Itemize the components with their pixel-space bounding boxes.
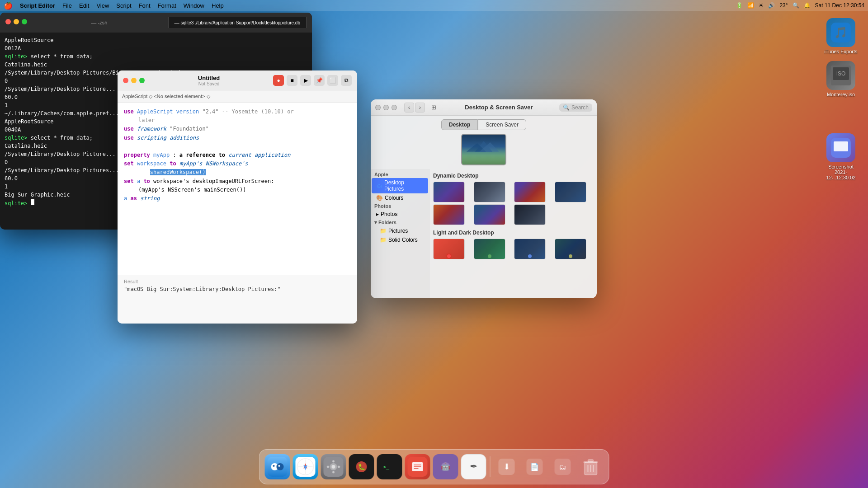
- terminal-tab-sqlite[interactable]: –– sqlite3 ./Library/Application Support…: [169, 17, 307, 28]
- dss-search-icon: 🔍: [563, 104, 570, 111]
- script-stop-btn[interactable]: ■: [287, 75, 297, 86]
- dss-nav-buttons: ‹ ›: [404, 103, 425, 113]
- code-line-5: set workspace to myApp's NSWorkspace's: [124, 160, 351, 168]
- dock-downloads[interactable]: ⬇: [494, 454, 519, 479]
- dss-sidebar-colours[interactable]: 🎨 Colours: [371, 193, 429, 202]
- dss-traffic-lights: [375, 105, 397, 110]
- dock-script-editor[interactable]: ✒: [461, 454, 486, 479]
- script-maximize-btn[interactable]: [139, 78, 145, 83]
- dss-sidebar-photos[interactable]: ▸ Photos: [371, 210, 429, 219]
- code-line-1b: later: [124, 116, 351, 125]
- folder-blue-icon: 🗂: [377, 183, 382, 189]
- dss-thumb-ld-2[interactable]: [474, 239, 505, 259]
- dss-minimize-btn[interactable]: [383, 105, 389, 110]
- menubar-edit[interactable]: Edit: [79, 2, 89, 9]
- svg-point-13: [273, 465, 275, 467]
- dock-trash[interactable]: [578, 454, 604, 479]
- script-subtitle: Not Saved: [198, 81, 220, 86]
- script-traffic-lights: [123, 78, 145, 83]
- dss-thumb-ld-1[interactable]: [433, 239, 465, 259]
- dss-thumb-7[interactable]: [514, 204, 546, 225]
- script-minimize-btn[interactable]: [131, 78, 137, 83]
- dss-tab-desktop[interactable]: Desktop: [441, 119, 478, 130]
- volume-icon: 🔊: [768, 2, 775, 9]
- dss-thumb-ld-4[interactable]: [555, 239, 586, 259]
- apple-menu[interactable]: 🍎: [4, 1, 13, 10]
- dock-sketchbook[interactable]: [405, 454, 430, 479]
- notification-icon[interactable]: 🔔: [804, 2, 811, 9]
- desktop-icon-monterey[interactable]: ISO Monterey.iso: [823, 61, 859, 97]
- svg-text:ISO: ISO: [836, 70, 846, 77]
- terminal-close-btn[interactable]: [5, 19, 11, 24]
- menubar-format[interactable]: Format: [158, 2, 176, 9]
- menubar-font[interactable]: Font: [139, 2, 151, 9]
- menubar-window[interactable]: Window: [184, 2, 204, 9]
- folder-icon: 📁: [380, 228, 387, 234]
- dss-thumb-4[interactable]: [555, 182, 586, 202]
- terminal-minimize-btn[interactable]: [14, 19, 19, 24]
- menubar-file[interactable]: File: [62, 2, 72, 9]
- script-titlebar: Untitled Not Saved ● ■ ▶ 📌 ⬜ ⧉: [118, 70, 357, 90]
- dock-permute[interactable]: 🐛: [349, 454, 374, 479]
- dss-thumb-ld-3[interactable]: [514, 239, 546, 259]
- menubar-script[interactable]: Script: [116, 2, 131, 9]
- code-line-1: use AppleScript version "2.4" -- Yosemit…: [124, 108, 351, 116]
- dss-forward-btn[interactable]: ›: [415, 103, 425, 113]
- dss-content: Dynamic Desktop Light and Dark Desktop: [429, 169, 597, 298]
- dss-thumb-1[interactable]: [433, 182, 465, 202]
- dss-tab-screensaver[interactable]: Screen Saver: [478, 119, 526, 130]
- script-close-btn[interactable]: [123, 78, 128, 83]
- svg-point-26: [332, 471, 335, 474]
- svg-text:📄: 📄: [530, 463, 539, 471]
- svg-text:🐛: 🐛: [358, 463, 366, 471]
- term-line-1: AppleRootSource: [5, 36, 307, 44]
- svg-rect-32: [380, 457, 400, 477]
- terminal-tab-zsh[interactable]: –– -zsh: [30, 17, 169, 28]
- dss-thumb-3[interactable]: [514, 182, 546, 202]
- dss-grid-icon[interactable]: ⊞: [429, 103, 439, 113]
- dss-maximize-btn[interactable]: [392, 105, 397, 110]
- dss-sidebar-pictures[interactable]: 📁 Pictures: [371, 226, 429, 235]
- dss-thumb-6[interactable]: [474, 204, 505, 225]
- svg-rect-6: [834, 141, 848, 151]
- desktop-icon-screenshot[interactable]: Screenshot 2021-12-..12:30:02: [823, 133, 859, 180]
- terminal-maximize-btn[interactable]: [22, 19, 27, 24]
- script-record-btn[interactable]: ▶: [300, 75, 311, 86]
- dock-finder[interactable]: [265, 454, 290, 479]
- script-code-area[interactable]: use AppleScript version "2.4" -- Yosemit…: [118, 103, 357, 275]
- script-toolbar-icons: ● ■ ▶ 📌 ⬜ ⧉: [273, 75, 352, 86]
- dss-lightdark-title: Light and Dark Desktop: [433, 230, 593, 236]
- dock-system-preferences[interactable]: [321, 454, 346, 479]
- dss-thumb-5[interactable]: [433, 204, 465, 225]
- dock-automator[interactable]: 🤖: [433, 454, 458, 479]
- dss-sidebar-solid-colors[interactable]: 📁 Solid Colors: [371, 235, 429, 244]
- menubar-view[interactable]: View: [96, 2, 109, 9]
- script-split-btn[interactable]: ⧉: [341, 75, 352, 86]
- dock-other[interactable]: 🗂: [550, 454, 576, 479]
- dock-terminal[interactable]: >_: [377, 454, 402, 479]
- dock-recents[interactable]: 📄: [522, 454, 547, 479]
- dss-titlebar: ‹ › ⊞ Desktop & Screen Saver 🔍 Search: [371, 99, 597, 116]
- script-pin-btn[interactable]: 📌: [314, 75, 325, 86]
- dss-sidebar: Apple 🗂 Desktop Pictures 🎨 Colours Photo…: [371, 169, 429, 298]
- dss-thumb-2[interactable]: [474, 182, 505, 202]
- brightness-icon: ☀: [759, 2, 764, 9]
- code-line-6: sharedWorkspace(): [124, 168, 351, 177]
- script-run-btn[interactable]: ●: [273, 75, 284, 86]
- dss-close-btn[interactable]: [375, 105, 381, 110]
- dss-section-folders: ▾ Folders: [371, 219, 429, 226]
- dss-preview-area: [371, 132, 597, 169]
- dss-sidebar-desktop-pictures[interactable]: 🗂 Desktop Pictures: [372, 178, 428, 193]
- svg-point-12: [277, 463, 284, 470]
- script-fullscreen-btn[interactable]: ⬜: [327, 75, 338, 86]
- dss-back-btn[interactable]: ‹: [404, 103, 414, 113]
- photos-expand-icon: ▸: [376, 211, 379, 217]
- desktop-icon-itunes[interactable]: 🎵 iTunes Exports: [823, 18, 859, 54]
- search-menubar-icon[interactable]: 🔍: [793, 2, 799, 9]
- dss-search[interactable]: 🔍 Search: [559, 103, 592, 112]
- dock-safari[interactable]: [293, 454, 318, 479]
- menubar-help[interactable]: Help: [212, 2, 224, 9]
- code-line-blank: [124, 142, 351, 151]
- svg-point-25: [332, 460, 335, 463]
- menubar-app-name[interactable]: Script Editor: [20, 2, 55, 9]
